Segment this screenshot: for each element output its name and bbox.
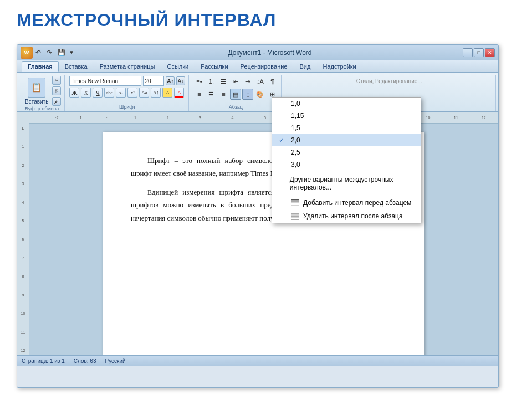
line-spacing-button[interactable]: ↕ bbox=[242, 89, 253, 100]
remove-space-after-icon bbox=[291, 212, 300, 221]
ribbon-group-clipboard: 📋 Вставить ✂ ⎘ 🖌 Буфер обмена bbox=[19, 75, 65, 111]
redo-icon[interactable]: ↷ bbox=[47, 49, 54, 57]
minimize-button[interactable]: ─ bbox=[463, 48, 473, 57]
ruler-mark-2: 2 bbox=[166, 116, 168, 120]
svg-rect-1 bbox=[291, 201, 299, 202]
show-hide-button[interactable]: ¶ bbox=[267, 76, 278, 87]
clipboard-content: 📋 Вставить ✂ ⎘ 🖌 bbox=[23, 76, 61, 106]
align-left-button[interactable]: ≡ bbox=[193, 89, 204, 100]
tab-mailings[interactable]: Рассылки bbox=[195, 61, 234, 72]
ruler-left-l: L bbox=[17, 124, 29, 133]
word-count: Слов: 63 bbox=[74, 358, 96, 364]
change-case-button[interactable]: А↑ bbox=[151, 88, 161, 98]
svg-rect-5 bbox=[291, 213, 299, 214]
bullets-button[interactable]: ≡• bbox=[193, 76, 204, 87]
spacing-3-0[interactable]: 3,0 bbox=[272, 158, 421, 171]
ruler-mark-3: 3 bbox=[199, 116, 201, 120]
language: Русский bbox=[105, 358, 125, 364]
ruler-mark-10: 10 bbox=[426, 116, 431, 120]
spacing-1-5[interactable]: 1,5 bbox=[272, 122, 421, 134]
align-right-button[interactable]: ≡ bbox=[218, 89, 229, 100]
ribbon-bar: 📋 Вставить ✂ ⎘ 🖌 Буфер обмена A↑ A↓ bbox=[17, 73, 498, 112]
tab-view[interactable]: Вид bbox=[294, 61, 317, 72]
close-button[interactable]: ✕ bbox=[485, 48, 495, 57]
spacing-2-0[interactable]: ✓ 2,0 bbox=[272, 134, 421, 146]
multilevel-list-button[interactable]: ☰ bbox=[218, 76, 229, 87]
font-name-input[interactable] bbox=[69, 76, 141, 86]
svg-rect-7 bbox=[291, 216, 299, 217]
customize-icon[interactable]: ▼ bbox=[69, 49, 76, 57]
numbering-button[interactable]: 1. bbox=[206, 76, 217, 87]
title-bar: W ↶ ↷ 💾 ▼ Документ1 - Microsoft Word ─ □… bbox=[17, 45, 498, 60]
office-icon: W bbox=[24, 50, 29, 55]
font-size-input[interactable] bbox=[143, 76, 164, 86]
ruler-mark-5: 5 bbox=[264, 116, 266, 120]
svg-rect-8 bbox=[291, 218, 299, 218]
underline-button[interactable]: Ч bbox=[93, 88, 103, 98]
tab-insert[interactable]: Вставка bbox=[59, 61, 94, 72]
other-spacing-check bbox=[279, 180, 285, 187]
spacing-2-5-label: 2,5 bbox=[291, 149, 300, 156]
shading-button[interactable]: 🎨 bbox=[254, 89, 265, 100]
bold-button[interactable]: Ж bbox=[69, 88, 79, 98]
tab-references[interactable]: Ссылки bbox=[161, 61, 195, 72]
tab-review[interactable]: Рецензирование bbox=[234, 61, 294, 72]
cut-button[interactable]: ✂ bbox=[52, 76, 61, 85]
tab-home[interactable]: Главная bbox=[22, 61, 59, 72]
shrink-font-button[interactable]: A↓ bbox=[176, 76, 185, 85]
font-format-row: Ж К Ч abe x₂ x² Aa А↑ A A bbox=[69, 88, 184, 98]
para-label: Абзац bbox=[229, 104, 243, 110]
page-title: МЕЖСТРОЧНЫЙ ИНТЕРВАЛ bbox=[0, 0, 532, 36]
sort-button[interactable]: ↕A bbox=[254, 76, 265, 87]
doc-scroll: ·2 ·1 · 1 2 3 4 5 6 7 8 9 10 11 12 bbox=[29, 112, 498, 355]
spacing-1-15[interactable]: 1,15 bbox=[272, 110, 421, 122]
add-space-content: Добавить интервал перед абзацем bbox=[291, 198, 411, 207]
check-1-5 bbox=[279, 124, 287, 132]
ribbon-tabs: Главная Вставка Разметка страницы Ссылки… bbox=[17, 60, 498, 73]
ribbon-group-font: A↑ A↓ Ж К Ч abe x₂ x² Aa А↑ A A Шрифт bbox=[66, 75, 189, 111]
ruler-marks: ·2 ·1 · 1 2 3 4 5 6 7 8 9 10 11 12 bbox=[32, 112, 495, 123]
other-spacing-label: Другие варианты междустрочных интервалов… bbox=[290, 176, 414, 191]
text-highlight-button[interactable]: A bbox=[162, 88, 172, 98]
increase-indent-button[interactable]: ⇥ bbox=[242, 76, 253, 87]
paste-button[interactable]: 📋 Вставить bbox=[23, 76, 50, 106]
ruler-mark-1: 1 bbox=[134, 116, 136, 120]
spacing-1-0[interactable]: 1,0 bbox=[272, 98, 421, 110]
svg-rect-6 bbox=[291, 215, 299, 216]
subscript-button[interactable]: x₂ bbox=[116, 88, 126, 98]
ruler-mark-neg2: ·2 bbox=[55, 116, 59, 120]
font-name-row: A↑ A↓ bbox=[69, 76, 185, 86]
other-spacing-options[interactable]: Другие варианты междустрочных интервалов… bbox=[272, 173, 421, 193]
spacing-2-5[interactable]: 2,5 bbox=[272, 146, 421, 158]
svg-rect-0 bbox=[291, 200, 299, 201]
justify-button[interactable]: ▤ bbox=[230, 89, 241, 100]
superscript-button[interactable]: x² bbox=[127, 88, 137, 98]
align-center-button[interactable]: ☰ bbox=[206, 89, 217, 100]
dropdown-separator-2 bbox=[272, 195, 421, 195]
ruler-mark-12: 12 bbox=[482, 116, 486, 120]
save-icon[interactable]: 💾 bbox=[58, 49, 65, 57]
clear-formatting-button[interactable]: Aa bbox=[139, 88, 149, 98]
format-painter-button[interactable]: 🖌 bbox=[52, 97, 61, 106]
title-bar-left: W ↶ ↷ 💾 ▼ bbox=[21, 47, 77, 59]
maximize-button[interactable]: □ bbox=[474, 48, 484, 57]
add-space-before[interactable]: Добавить интервал перед абзацем bbox=[272, 196, 421, 209]
undo-icon[interactable]: ↶ bbox=[35, 49, 43, 57]
copy-button[interactable]: ⎘ bbox=[52, 86, 61, 95]
spacing-1-0-label: 1,0 bbox=[291, 100, 300, 108]
office-button[interactable]: W bbox=[21, 47, 33, 59]
ruler-mark-4: 4 bbox=[231, 116, 233, 120]
svg-rect-2 bbox=[291, 203, 299, 203]
font-color-button[interactable]: A bbox=[174, 88, 184, 98]
remove-space-after[interactable]: Удалить интервал после абзаца bbox=[272, 209, 421, 223]
strikethrough-button[interactable]: abe bbox=[104, 88, 114, 98]
italic-button[interactable]: К bbox=[81, 88, 91, 98]
decrease-indent-button[interactable]: ⇤ bbox=[230, 76, 241, 87]
grow-font-button[interactable]: A↑ bbox=[166, 76, 175, 85]
tab-page-layout[interactable]: Разметка страницы bbox=[94, 61, 161, 72]
para-row2: ≡ ☰ ≡ ▤ ↕ 🎨 ⊞ bbox=[193, 89, 278, 100]
page-container: Шрифт – это полный набор символов опреде… bbox=[29, 124, 498, 355]
svg-rect-4 bbox=[291, 206, 299, 206]
remove-space-content: Удалить интервал после абзаца bbox=[291, 212, 403, 221]
tab-addins[interactable]: Надстройки bbox=[316, 61, 362, 72]
